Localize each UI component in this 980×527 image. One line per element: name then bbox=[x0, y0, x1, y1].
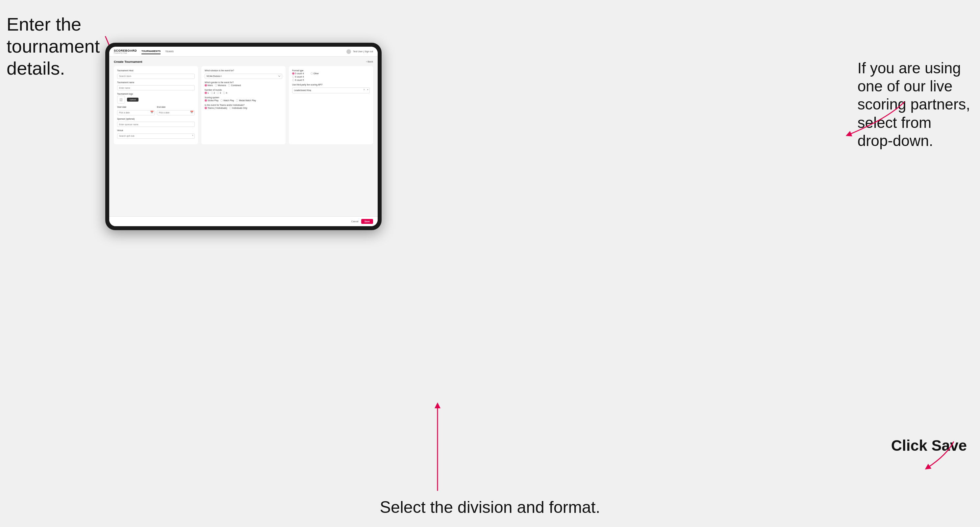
rounds-3[interactable]: 3 bbox=[217, 92, 221, 94]
logo-group: Tournament logo 🖼 Upload bbox=[117, 93, 195, 103]
start-date-input[interactable] bbox=[117, 110, 155, 115]
nav-logo: SCOREBOARD Powered by Clippi bbox=[114, 49, 137, 54]
gender-womens[interactable]: Womens bbox=[215, 84, 226, 86]
nav-tournaments[interactable]: TOURNAMENTS bbox=[142, 49, 161, 54]
format-6count4[interactable]: 6 count 4 bbox=[292, 76, 304, 78]
sponsor-input[interactable] bbox=[117, 122, 195, 127]
arrow-live-scoring bbox=[822, 92, 914, 144]
radio-6count4[interactable] bbox=[292, 76, 294, 78]
avatar bbox=[347, 49, 351, 54]
tablet-device: SCOREBOARD Powered by Clippi TOURNAMENTS… bbox=[105, 43, 382, 230]
name-group: Tournament name bbox=[117, 81, 195, 91]
venue-dropdown-icon: ▾ bbox=[192, 134, 193, 137]
division-select[interactable]: NCAA Division I bbox=[205, 74, 282, 79]
radio-6count5[interactable] bbox=[292, 79, 294, 81]
page-header: Create Tournament ‹ Back bbox=[114, 60, 373, 63]
save-button[interactable]: Save bbox=[361, 219, 373, 224]
format-type-label: Format type bbox=[292, 69, 370, 71]
radio-other[interactable] bbox=[310, 72, 313, 75]
form-right: Format type 5 count 4 Other bbox=[289, 66, 373, 144]
upload-button[interactable]: Upload bbox=[127, 98, 138, 102]
scoring-radio-group: Stroke Play Match Play Medal Match Play bbox=[205, 99, 282, 102]
form-columns: Tournament Host Tournament name Tourname… bbox=[114, 66, 373, 144]
end-date-group: End date 📅 bbox=[157, 106, 195, 115]
gender-label: Which gender is the event for? bbox=[205, 81, 282, 84]
teams-individuals[interactable]: Individuals Only bbox=[229, 107, 247, 109]
scoring-stroke[interactable]: Stroke Play bbox=[205, 99, 218, 102]
gender-mens[interactable]: Mens bbox=[205, 84, 213, 86]
teams-teams[interactable]: Teams (+Individuals) bbox=[205, 107, 228, 109]
host-input[interactable] bbox=[117, 74, 195, 79]
gender-combined[interactable]: Combined bbox=[228, 84, 241, 86]
name-label: Tournament name bbox=[117, 81, 195, 84]
division-group: Which division is the event for? NCAA Di… bbox=[205, 69, 282, 79]
start-date-label: Start date bbox=[117, 106, 155, 108]
logo-label: Tournament logo bbox=[117, 93, 195, 95]
teams-radio-group: Teams (+Individuals) Individuals Only bbox=[205, 107, 282, 109]
format-type-grid: 5 count 4 Other 6 count 4 bbox=[292, 72, 370, 81]
live-scoring-group: Use third-party live scoring API? ✕ ▾ bbox=[292, 84, 370, 94]
live-scoring-label: Use third-party live scoring API? bbox=[292, 84, 370, 86]
format-5count4[interactable]: 5 count 4 bbox=[292, 72, 304, 75]
radio-combined[interactable] bbox=[228, 84, 230, 86]
tablet-screen: SCOREBOARD Powered by Clippi TOURNAMENTS… bbox=[109, 47, 378, 226]
radio-teams[interactable] bbox=[205, 107, 207, 109]
live-scoring-wrap: ✕ ▾ bbox=[292, 86, 370, 94]
radio-stroke-play[interactable] bbox=[205, 99, 207, 102]
gender-radio-group: Mens Womens Combined bbox=[205, 84, 282, 86]
division-label: Which division is the event for? bbox=[205, 69, 282, 71]
arrow-division bbox=[428, 402, 447, 494]
radio-womens[interactable] bbox=[215, 84, 217, 86]
nav-bar: SCOREBOARD Powered by Clippi TOURNAMENTS… bbox=[109, 47, 378, 57]
rounds-2[interactable]: 2 bbox=[211, 92, 215, 94]
radio-match-play[interactable] bbox=[220, 99, 223, 102]
host-group: Tournament Host bbox=[117, 69, 195, 79]
radio-5count4[interactable] bbox=[292, 72, 294, 75]
rounds-4[interactable]: 4 bbox=[223, 92, 228, 94]
live-scoring-dropdown-icon[interactable]: ▾ bbox=[367, 89, 368, 91]
format-other[interactable]: Other bbox=[310, 72, 319, 75]
radio-round-4[interactable] bbox=[223, 92, 225, 94]
calendar-icon-end: 📅 bbox=[190, 111, 193, 113]
dates-group: Start date 📅 End date 📅 bbox=[117, 106, 195, 115]
venue-label: Venue bbox=[117, 129, 195, 132]
logo-upload-area: 🖼 Upload bbox=[117, 96, 195, 103]
format-6count5[interactable]: 6 count 5 bbox=[292, 79, 304, 81]
rounds-radio-group: 1 2 3 4 bbox=[205, 92, 282, 94]
name-input[interactable] bbox=[117, 85, 195, 90]
date-row: Start date 📅 End date 📅 bbox=[117, 106, 195, 115]
format-type-group: Format type 5 count 4 Other bbox=[292, 69, 370, 81]
radio-round-3[interactable] bbox=[217, 92, 219, 94]
live-scoring-clear-icon[interactable]: ✕ bbox=[363, 89, 365, 91]
nav-teams[interactable]: TEAMS bbox=[165, 49, 174, 54]
calendar-icon-start: 📅 bbox=[150, 111, 154, 113]
logo-sub: Powered by Clippi bbox=[114, 52, 137, 54]
cancel-button[interactable]: Cancel bbox=[352, 220, 359, 222]
format-row-2: 6 count 5 bbox=[292, 79, 370, 81]
radio-individuals[interactable] bbox=[229, 107, 232, 109]
arrow-save bbox=[894, 435, 960, 475]
venue-input[interactable] bbox=[117, 133, 195, 139]
sponsor-label: Sponsor (optional) bbox=[117, 118, 195, 120]
start-date-group: Start date 📅 bbox=[117, 106, 155, 115]
host-label: Tournament Host bbox=[117, 69, 195, 71]
format-row-0: 5 count 4 Other bbox=[292, 72, 370, 75]
nav-user-info: Test User | Sign out bbox=[347, 49, 373, 54]
rounds-group: Number of rounds 1 2 bbox=[205, 89, 282, 94]
radio-round-2[interactable] bbox=[211, 92, 213, 94]
radio-mens[interactable] bbox=[205, 84, 207, 86]
scoring-label: Scoring system bbox=[205, 96, 282, 98]
end-date-input[interactable] bbox=[157, 110, 195, 115]
main-content: Create Tournament ‹ Back Tournament Host… bbox=[109, 57, 378, 216]
page-title: Create Tournament bbox=[114, 60, 142, 63]
scoring-medal[interactable]: Medal Match Play bbox=[236, 99, 256, 102]
format-row-1: 6 count 4 bbox=[292, 76, 370, 78]
start-date-wrap: 📅 bbox=[117, 109, 155, 115]
back-link[interactable]: ‹ Back bbox=[366, 60, 373, 63]
radio-round-1[interactable] bbox=[205, 92, 207, 94]
scoring-match[interactable]: Match Play bbox=[220, 99, 234, 102]
radio-medal-match[interactable] bbox=[236, 99, 238, 102]
form-middle: Which division is the event for? NCAA Di… bbox=[201, 66, 286, 144]
rounds-1[interactable]: 1 bbox=[205, 92, 209, 94]
live-scoring-input[interactable] bbox=[292, 87, 370, 94]
